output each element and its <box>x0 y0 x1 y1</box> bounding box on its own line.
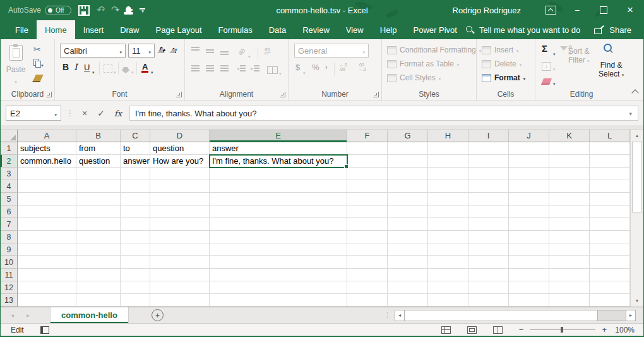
cell-A9[interactable] <box>18 243 76 256</box>
cell-A10[interactable] <box>18 256 76 269</box>
cell-I3[interactable] <box>468 168 509 180</box>
cell-K4[interactable] <box>549 180 590 193</box>
column-header-G[interactable]: G <box>388 130 428 142</box>
cell-J6[interactable] <box>509 205 549 218</box>
cell-L11[interactable] <box>590 269 630 281</box>
cell-A5[interactable] <box>18 193 76 205</box>
cell-E6[interactable] <box>210 205 347 218</box>
tab-insert[interactable]: Insert <box>75 20 112 39</box>
clipboard-dialog-launcher[interactable] <box>46 92 52 97</box>
bold-button[interactable]: B <box>63 62 69 72</box>
page-layout-view-button[interactable] <box>467 326 477 334</box>
scroll-down-icon[interactable]: ▾ <box>631 298 643 303</box>
cell-D10[interactable] <box>150 256 210 269</box>
format-cells-button[interactable]: Format <box>482 73 525 82</box>
cell-J2[interactable] <box>509 155 549 168</box>
cell-D2[interactable]: How are you? <box>150 155 210 168</box>
tab-bar-grip[interactable]: ⋮ <box>384 311 395 319</box>
cell-G1[interactable] <box>388 142 428 155</box>
cell-A1[interactable]: subjects <box>18 142 76 155</box>
cell-K3[interactable] <box>549 168 590 180</box>
row-header-9[interactable]: 9 <box>1 243 18 256</box>
cell-J8[interactable] <box>509 231 549 243</box>
scroll-left-icon[interactable]: ◂ <box>395 310 405 321</box>
cell-E1[interactable]: answer <box>210 142 347 155</box>
cell-L2[interactable] <box>590 155 630 168</box>
select-all-corner[interactable] <box>1 130 18 142</box>
cell-I6[interactable] <box>468 205 509 218</box>
cell-G8[interactable] <box>388 231 428 243</box>
cell-B3[interactable] <box>76 168 121 180</box>
format-painter-button[interactable] <box>34 73 42 85</box>
cell-D3[interactable] <box>150 168 210 180</box>
cell-L10[interactable] <box>590 256 630 269</box>
cell-B9[interactable] <box>76 243 121 256</box>
tab-page-layout[interactable]: Page Layout <box>148 20 210 39</box>
enter-button[interactable]: ✓ <box>95 108 107 118</box>
cell-L6[interactable] <box>590 205 630 218</box>
zoom-slider[interactable] <box>530 327 595 333</box>
cell-H7[interactable] <box>428 218 468 231</box>
cell-H13[interactable] <box>428 294 468 307</box>
cell-G4[interactable] <box>388 180 428 193</box>
row-header-12[interactable]: 12 <box>1 281 18 294</box>
cell-H11[interactable] <box>428 269 468 281</box>
cell-C3[interactable] <box>121 168 150 180</box>
cell-C12[interactable] <box>121 281 150 294</box>
font-size-combo[interactable]: 11 <box>128 44 155 58</box>
cell-I8[interactable] <box>468 231 509 243</box>
cell-D7[interactable] <box>150 218 210 231</box>
shrink-font-button[interactable]: A▾ <box>171 47 176 54</box>
number-dialog-launcher[interactable] <box>373 92 379 97</box>
cell-E5[interactable] <box>210 193 347 205</box>
cell-C10[interactable] <box>121 256 150 269</box>
copy-button[interactable] <box>33 58 44 70</box>
cell-L4[interactable] <box>590 180 630 193</box>
row-header-8[interactable]: 8 <box>1 231 18 243</box>
cell-G2[interactable] <box>388 155 428 168</box>
cell-I12[interactable] <box>468 281 509 294</box>
zoom-out-button[interactable]: − <box>519 325 524 334</box>
cell-J12[interactable] <box>509 281 549 294</box>
cell-G13[interactable] <box>388 294 428 307</box>
cell-F13[interactable] <box>347 294 388 307</box>
tab-formulas[interactable]: Formulas <box>210 20 261 39</box>
formula-input[interactable]: I'm fine, thanks. What about you? ▾ <box>129 106 638 121</box>
cell-G5[interactable] <box>388 193 428 205</box>
clear-button[interactable] <box>542 76 551 87</box>
cell-H5[interactable] <box>428 193 468 205</box>
name-box-dropdown[interactable] <box>54 109 57 118</box>
cell-F9[interactable] <box>347 243 388 256</box>
row-header-7[interactable]: 7 <box>1 218 18 231</box>
cell-J13[interactable] <box>509 294 549 307</box>
horizontal-scroll-thumb[interactable] <box>405 310 598 321</box>
cell-K7[interactable] <box>549 218 590 231</box>
cell-F7[interactable] <box>347 218 388 231</box>
cell-B4[interactable] <box>76 180 121 193</box>
column-header-J[interactable]: J <box>509 130 549 142</box>
cell-G6[interactable] <box>388 205 428 218</box>
cell-J3[interactable] <box>509 168 549 180</box>
autosave-toggle[interactable]: AutoSave Off <box>8 6 71 15</box>
cell-F10[interactable] <box>347 256 388 269</box>
tab-review[interactable]: Review <box>294 20 338 39</box>
cell-B7[interactable] <box>76 218 121 231</box>
column-header-H[interactable]: H <box>428 130 468 142</box>
font-dialog-launcher[interactable] <box>176 92 182 97</box>
row-header-5[interactable]: 5 <box>1 193 18 205</box>
row-header-2[interactable]: 2 <box>1 155 18 168</box>
cell-A8[interactable] <box>18 231 76 243</box>
cell-I13[interactable] <box>468 294 509 307</box>
tab-power-pivot[interactable]: Power Pivot <box>405 20 465 39</box>
cell-K2[interactable] <box>549 155 590 168</box>
cell-D5[interactable] <box>150 193 210 205</box>
column-header-L[interactable]: L <box>590 130 630 142</box>
cell-B12[interactable] <box>76 281 121 294</box>
cell-I1[interactable] <box>468 142 509 155</box>
column-header-B[interactable]: B <box>76 130 121 142</box>
tab-data[interactable]: Data <box>261 20 294 39</box>
customize-qat-button[interactable]: ▾ <box>140 8 145 13</box>
cell-F5[interactable] <box>347 193 388 205</box>
cell-G11[interactable] <box>388 269 428 281</box>
close-button[interactable]: × <box>617 0 643 20</box>
